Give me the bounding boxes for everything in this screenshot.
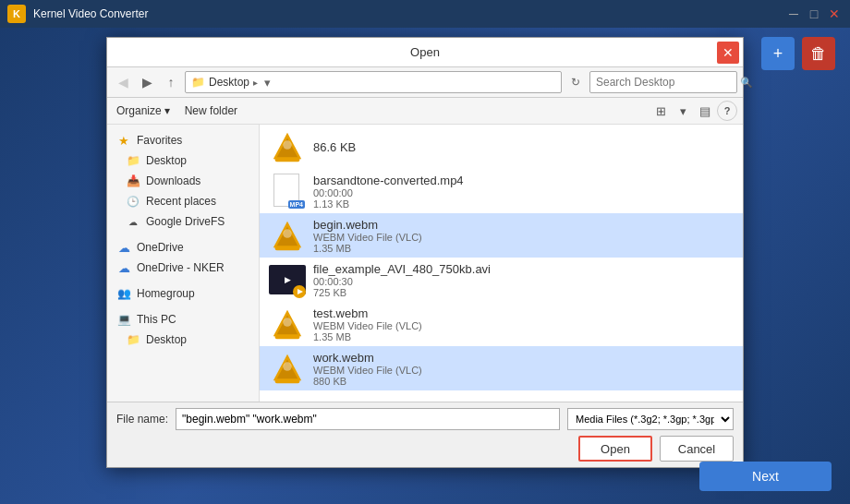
file-info-mp4: barsandtone-converted.mp4 00:00:001.13 K…	[313, 174, 734, 210]
dialog-overlay: Open ✕ ◀ ▶ ↑ 📁 Desktop ▸ ▾ ↻ 🔍 Organize	[0, 28, 850, 504]
details-pane-button[interactable]: ▤	[695, 101, 715, 121]
app-logo: K	[7, 5, 26, 23]
sidebar-item-desktop[interactable]: 📁 Desktop	[107, 150, 259, 171]
minimize-button[interactable]: ─	[785, 6, 802, 22]
sidebar-item-gdrive[interactable]: ☁ Google DriveFS	[107, 211, 259, 232]
file-name-mp4: barsandtone-converted.mp4	[313, 174, 734, 187]
maximize-button[interactable]: □	[806, 6, 822, 22]
sidebar-item-downloads[interactable]: 📥 Downloads	[107, 171, 259, 191]
filename-row: File name: Media Files (*.3g2; *.3gp; *.…	[116, 408, 734, 430]
search-button[interactable]: 🔍	[740, 72, 753, 92]
vlc-cone-icon-begin	[270, 218, 305, 253]
new-folder-button[interactable]: New folder	[181, 102, 241, 119]
file-name-avi: file_example_AVI_480_750kb.avi	[313, 262, 734, 276]
pc-desktop-icon: 📁	[126, 332, 140, 347]
file-name-test: test.webm	[313, 306, 734, 320]
dialog-title: Open	[410, 45, 440, 59]
folder-icon: 📁	[191, 76, 205, 89]
downloads-folder-icon: 📥	[126, 174, 140, 188]
file-meta-test: WEBM Video File (VLC)1.35 MB	[313, 320, 734, 342]
search-input[interactable]	[590, 76, 740, 89]
file-meta-begin: WEBM Video File (VLC)1.35 MB	[313, 232, 734, 254]
file-item-mp4[interactable]: MP4 barsandtone-converted.mp4 00:00:001.…	[260, 169, 743, 213]
app-titlebar: K Kernel Video Converter ─ □ ✕	[0, 0, 850, 28]
action-row: Open Cancel	[116, 436, 734, 462]
forward-button[interactable]: ▶	[137, 72, 157, 92]
file-list: 86.6 KB MP4 barsandtone-converted.mp4	[260, 125, 743, 390]
file-item-work-webm[interactable]: work.webm WEBM Video File (VLC)880 KB	[260, 346, 743, 390]
file-item-avi[interactable]: ▶ file_example_AVI_480_750kb.avi 00:00:3…	[260, 258, 743, 302]
new-folder-label: New folder	[185, 104, 237, 117]
sidebar-item-pc-desktop[interactable]: 📁 Desktop	[107, 330, 259, 350]
dialog-close-button[interactable]: ✕	[717, 42, 739, 64]
bottom-bar: File name: Media Files (*.3g2; *.3gp; *.…	[107, 402, 743, 467]
svg-rect-2	[275, 157, 300, 162]
address-bar: ◀ ▶ ↑ 📁 Desktop ▸ ▾ ↻ 🔍	[107, 67, 743, 98]
view-dropdown-button[interactable]: ▾	[673, 101, 693, 121]
vlc-cone-icon-test	[270, 306, 305, 342]
cancel-button[interactable]: Cancel	[660, 436, 734, 462]
star-icon: ★	[116, 133, 131, 148]
svg-rect-10	[275, 334, 300, 339]
svg-rect-14	[275, 378, 300, 383]
address-dropdown-button[interactable]: ▾	[258, 71, 276, 93]
file-info-avi: file_example_AVI_480_750kb.avi 00:00:307…	[313, 262, 734, 298]
file-info-begin: begin.webm WEBM Video File (VLC)1.35 MB	[313, 218, 734, 254]
svg-point-15	[283, 362, 292, 371]
organize-label: Organize	[116, 104, 162, 117]
add-button[interactable]: +	[761, 37, 795, 70]
organize-dropdown-icon: ▾	[164, 104, 170, 117]
onedrive-nker-icon: ☁	[116, 260, 131, 275]
organize-button[interactable]: Organize ▾	[113, 102, 174, 119]
main-content: ★ Favorites 📁 Desktop 📥 Downloads 🕒 Rece…	[107, 125, 743, 402]
recent-icon: 🕒	[126, 194, 140, 209]
file-item-begin-webm[interactable]: begin.webm WEBM Video File (VLC)1.35 MB	[260, 213, 743, 258]
view-options-button[interactable]: ⊞	[650, 101, 671, 121]
sidebar: ★ Favorites 📁 Desktop 📥 Downloads 🕒 Rece…	[107, 125, 260, 402]
close-app-button[interactable]: ✕	[826, 6, 843, 22]
top-right-actions: + 🗑	[761, 37, 835, 70]
svg-point-3	[283, 140, 292, 150]
file-info-test: test.webm WEBM Video File (VLC)1.35 MB	[313, 306, 734, 342]
sidebar-gdrive-label: Google DriveFS	[146, 215, 225, 228]
file-name-begin: begin.webm	[313, 218, 734, 232]
sidebar-item-recent[interactable]: 🕒 Recent places	[107, 191, 259, 211]
svg-rect-6	[275, 246, 300, 250]
sidebar-thispc-label: This PC	[137, 313, 176, 326]
file-thumb-test	[269, 306, 306, 342]
sidebar-item-onedrive-nker[interactable]: ☁ OneDrive - NKER	[107, 258, 259, 278]
back-button[interactable]: ◀	[113, 72, 133, 92]
address-field[interactable]: 📁 Desktop ▸ ▾	[185, 71, 562, 93]
sidebar-item-onedrive[interactable]: ☁ OneDrive	[107, 237, 259, 258]
file-toolbar: Organize ▾ New folder ⊞ ▾ ▤ ?	[107, 98, 743, 125]
file-list-container[interactable]: 86.6 KB MP4 barsandtone-converted.mp4	[260, 125, 743, 402]
play-badge	[293, 285, 306, 298]
up-button[interactable]: ↑	[161, 72, 181, 92]
filetype-select[interactable]: Media Files (*.3g2; *.3gp; *.3gpi	[567, 408, 734, 430]
gdrive-icon: ☁	[126, 214, 140, 229]
file-meta-work: WEBM Video File (VLC)880 KB	[313, 365, 734, 387]
help-button[interactable]: ?	[717, 101, 737, 121]
sidebar-item-favorites-header: ★ Favorites	[107, 130, 259, 150]
refresh-button[interactable]: ↻	[565, 72, 586, 92]
dialog-titlebar: Open ✕	[107, 38, 743, 67]
onedrive-icon: ☁	[116, 240, 131, 255]
delete-button[interactable]: 🗑	[802, 37, 835, 70]
open-button[interactable]: Open	[578, 436, 652, 462]
next-button[interactable]: Next	[699, 462, 832, 491]
sidebar-item-homegroup[interactable]: 👥 Homegroup	[107, 283, 259, 304]
app-window-controls: ─ □ ✕	[785, 6, 843, 22]
filename-label: File name:	[116, 413, 168, 426]
mp4-badge: MP4	[288, 200, 305, 209]
avi-label: ▶	[285, 275, 291, 284]
filename-input[interactable]	[176, 408, 560, 430]
svg-point-11	[283, 318, 292, 327]
search-box: 🔍	[589, 71, 737, 93]
file-item-partial[interactable]: 86.6 KB	[260, 125, 743, 169]
file-meta-avi: 00:00:30725 KB	[313, 276, 734, 298]
desktop-folder-icon: 📁	[126, 153, 140, 168]
sidebar-item-thispc[interactable]: 💻 This PC	[107, 309, 259, 330]
file-thumb-begin	[269, 217, 306, 254]
file-item-test-webm[interactable]: test.webm WEBM Video File (VLC)1.35 MB	[260, 302, 743, 346]
computer-icon: 💻	[116, 312, 131, 327]
